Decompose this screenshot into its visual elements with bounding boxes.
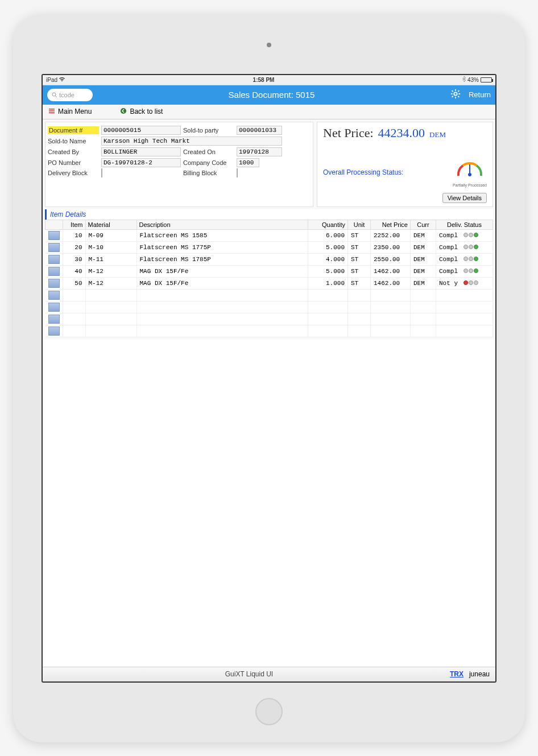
footer-user: juneau (469, 670, 490, 678)
home-button[interactable] (255, 698, 283, 725)
cell-material: M-11 (85, 253, 136, 265)
cell-description: Flatscreen MS 1785P (136, 253, 308, 265)
row-selector[interactable] (48, 279, 60, 288)
svg-point-13 (121, 108, 126, 114)
tablet-frame: iPad 1:58 PM 43% tcode Sales Document: 5… (13, 14, 525, 742)
row-selector[interactable] (48, 327, 60, 336)
main-menu-label: Main Menu (58, 108, 92, 115)
svg-rect-6 (452, 90, 453, 92)
th-item[interactable]: Item (63, 220, 85, 229)
cell-material: M-12 (85, 265, 136, 277)
cell-description: MAG DX 15F/Fe (136, 277, 308, 289)
row-selector[interactable] (48, 267, 60, 276)
menu-icon (48, 108, 55, 116)
back-to-list-button[interactable]: Back to list (120, 108, 163, 116)
th-material[interactable]: Material (85, 220, 136, 229)
th-curr[interactable]: Curr (411, 220, 436, 229)
cell-unit: ST (348, 229, 371, 241)
search-placeholder: tcode (59, 92, 75, 98)
bluetooth-icon (462, 76, 466, 83)
item-details-title: Item Details (45, 209, 493, 220)
label-sold-to-party: Sold-to party (183, 127, 234, 134)
row-selector[interactable] (48, 291, 60, 300)
table-row[interactable]: 20M-10Flatscreen MS 1775P5.000ST2350.00D… (45, 241, 493, 253)
footer-bar: GuiXT Liquid UI TRX juneau (43, 667, 495, 681)
value-po-number[interactable]: DG-19970128-2 (101, 158, 181, 167)
title-bar: tcode Sales Document: 5015 Return (43, 85, 495, 105)
value-document-no[interactable]: 0000005015 (101, 126, 181, 135)
th-unit[interactable]: Unit (348, 220, 371, 229)
cell-price: 1462.00 (371, 277, 411, 289)
value-sold-to-party[interactable]: 0000001033 (237, 126, 282, 135)
value-sold-to-name[interactable]: Karsson High Tech Markt (101, 137, 282, 146)
cell-price: 2550.00 (371, 253, 411, 265)
cell-deliv-status: Compl (436, 229, 493, 241)
value-billing-block[interactable] (237, 168, 238, 177)
view-details-button[interactable]: View Details (442, 193, 487, 203)
device-label: iPad (46, 77, 57, 83)
svg-rect-7 (458, 96, 460, 97)
main-menu-button[interactable]: Main Menu (48, 108, 92, 116)
cell-unit: ST (348, 277, 371, 289)
cell-quantity: 5.000 (308, 265, 348, 277)
label-billing-block: Billing Block (183, 170, 234, 176)
content-whitespace (43, 340, 495, 667)
back-icon (120, 108, 127, 116)
table-row[interactable]: 50M-12MAG DX 15F/Fe1.000ST1462.00DEMNot … (45, 277, 493, 289)
svg-rect-2 (455, 89, 456, 90)
gauge-caption: Partially Processed (453, 183, 487, 187)
cell-curr: DEM (411, 265, 436, 277)
svg-rect-11 (49, 110, 55, 111)
label-company-code: Company Code (183, 159, 234, 166)
footer-app-name: GuiXT Liquid UI (48, 670, 450, 678)
gear-icon[interactable] (450, 89, 461, 101)
search-input[interactable]: tcode (47, 89, 93, 101)
cell-price: 2350.00 (371, 241, 411, 253)
svg-line-1 (56, 96, 57, 97)
net-price-value: 44234.00 (378, 126, 425, 141)
row-selector[interactable] (48, 243, 60, 252)
cell-curr: DEM (411, 241, 436, 253)
row-selector[interactable] (48, 231, 60, 240)
cell-material: M-12 (85, 277, 136, 289)
th-quantity[interactable]: Quantity (308, 220, 348, 229)
cell-description: MAG DX 15F/Fe (136, 265, 308, 277)
row-selector[interactable] (48, 255, 60, 264)
table-row-empty (45, 313, 493, 325)
table-header-row: Item Material Description Quantity Unit … (45, 220, 493, 229)
value-created-on[interactable]: 19970128 (237, 147, 282, 156)
svg-rect-5 (458, 93, 460, 94)
cell-item: 50 (63, 277, 85, 289)
return-button[interactable]: Return (469, 90, 491, 99)
trx-link[interactable]: TRX (450, 670, 463, 678)
row-selector[interactable] (48, 315, 60, 324)
label-po-number: PO Number (48, 159, 99, 166)
value-delivery-block[interactable] (101, 168, 102, 177)
cell-deliv-status: Compl (436, 253, 493, 265)
table-row[interactable]: 10M-09Flatscreen MS 15856.000ST2252.00DE… (45, 229, 493, 241)
status-lights-icon (463, 245, 478, 249)
th-deliv-status[interactable]: Deliv. Status (436, 220, 493, 229)
cell-material: M-10 (85, 241, 136, 253)
table-row[interactable]: 30M-11Flatscreen MS 1785P4.000ST2550.00D… (45, 253, 493, 265)
label-document-no: Document # (48, 126, 99, 134)
cell-quantity: 1.000 (308, 277, 348, 289)
th-net-price[interactable]: Net Price (371, 220, 411, 229)
cell-deliv-status: Compl (436, 241, 493, 253)
th-description[interactable]: Description (136, 220, 308, 229)
cell-description: Flatscreen MS 1585 (136, 229, 308, 241)
cell-description: Flatscreen MS 1775P (136, 241, 308, 253)
cell-item: 10 (63, 229, 85, 241)
table-row-empty (45, 289, 493, 301)
row-selector[interactable] (48, 303, 60, 312)
label-created-by: Created By (48, 148, 99, 155)
cell-deliv-status: Compl (436, 265, 493, 277)
cell-item: 20 (63, 241, 85, 253)
nav-bar: Main Menu Back to list (43, 105, 495, 119)
value-company-code[interactable]: 1000 (237, 158, 259, 167)
value-created-by[interactable]: BOLLINGER (101, 147, 181, 156)
battery-percent: 43% (467, 77, 479, 83)
table-row[interactable]: 40M-12MAG DX 15F/Fe5.000ST1462.00DEMComp… (45, 265, 493, 277)
overall-processing-status-label: Overall Processing Status: (323, 168, 447, 176)
label-created-on: Created On (183, 148, 234, 155)
